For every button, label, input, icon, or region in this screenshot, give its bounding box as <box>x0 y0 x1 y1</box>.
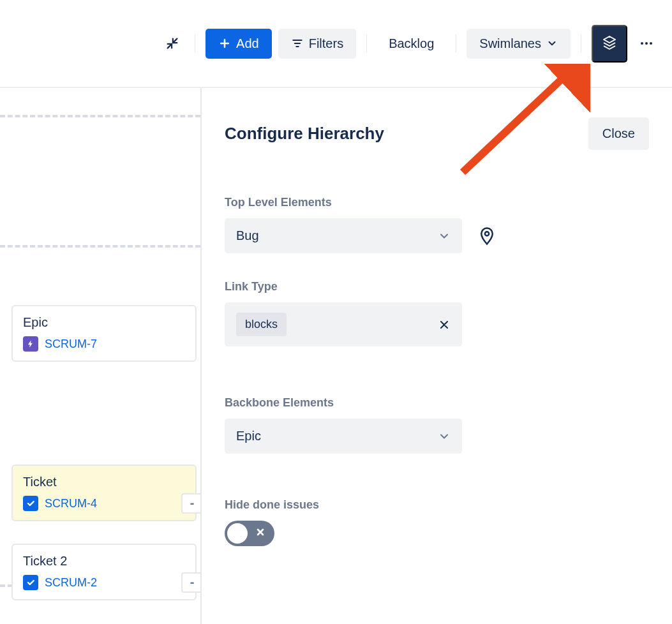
svg-point-0 <box>641 42 643 45</box>
section-hide-done: Hide done issues <box>225 498 649 546</box>
card-row: SCRUM-2 <box>23 575 185 590</box>
collapse-button[interactable] <box>160 31 184 56</box>
section-label: Link Type <box>225 280 649 293</box>
more-button[interactable] <box>634 31 659 56</box>
card-title: Ticket <box>23 475 185 489</box>
card-ticket-1[interactable]: Ticket SCRUM-4 - <box>11 464 197 521</box>
filters-label: Filters <box>309 36 343 51</box>
section-label: Top Level Elements <box>225 196 649 209</box>
lane-divider <box>0 115 200 117</box>
backbone-select[interactable]: Epic <box>225 419 462 454</box>
card-row: SCRUM-4 <box>23 496 185 511</box>
card-collapse-button[interactable]: - <box>181 572 202 593</box>
card-title: Epic <box>23 315 185 330</box>
card-epic[interactable]: Epic SCRUM-7 <box>11 305 197 362</box>
section-link-type: Link Type blocks <box>225 280 649 346</box>
top-level-select[interactable]: Bug <box>225 218 462 253</box>
divider <box>195 34 195 52</box>
card-row: SCRUM-7 <box>23 336 185 352</box>
backlog-label: Backlog <box>389 36 434 51</box>
lane-divider <box>0 245 200 248</box>
collapse-icon <box>165 36 179 50</box>
section-top-level: Top Level Elements Bug <box>225 196 649 253</box>
card-key: SCRUM-2 <box>45 576 97 590</box>
epic-icon <box>23 336 38 352</box>
card-collapse-button[interactable]: - <box>181 493 202 514</box>
link-type-input[interactable]: blocks <box>225 302 462 346</box>
more-icon <box>639 36 654 51</box>
card-key: SCRUM-7 <box>45 338 97 351</box>
svg-point-3 <box>485 232 489 235</box>
section-backbone: Backbone Elements Epic <box>225 396 649 454</box>
divider <box>456 34 456 52</box>
swimlanes-button[interactable]: Swimlanes <box>467 29 571 59</box>
chevron-down-icon <box>438 230 451 242</box>
close-button[interactable]: Close <box>588 117 649 150</box>
plus-icon <box>218 37 231 50</box>
toolbar: Add Filters Backlog Swimlanes <box>0 0 672 88</box>
card-key: SCRUM-4 <box>45 497 97 510</box>
add-button[interactable]: Add <box>205 29 272 59</box>
svg-point-1 <box>645 42 648 45</box>
select-value: Bug <box>236 228 259 243</box>
add-label: Add <box>236 36 259 51</box>
section-label: Backbone Elements <box>225 396 649 410</box>
chevron-down-icon <box>438 430 451 443</box>
swimlanes-label: Swimlanes <box>479 36 541 51</box>
panel-title: Configure Hierarchy <box>225 124 384 144</box>
divider <box>581 34 581 52</box>
left-column: Epic SCRUM-7 Ticket SCRUM-4 - Ticket 2 <box>0 88 202 624</box>
main-area: Epic SCRUM-7 Ticket SCRUM-4 - Ticket 2 <box>0 88 672 624</box>
configure-panel: Configure Hierarchy Close Top Level Elem… <box>202 88 672 624</box>
toggle-knob <box>227 523 248 544</box>
svg-point-2 <box>650 42 652 45</box>
link-type-chip: blocks <box>236 313 287 336</box>
divider <box>366 34 367 52</box>
card-title: Ticket 2 <box>23 554 185 568</box>
hierarchy-button[interactable] <box>592 25 627 63</box>
filter-icon <box>291 37 304 50</box>
card-ticket-2[interactable]: Ticket 2 SCRUM-2 - <box>11 544 197 600</box>
clear-icon[interactable] <box>438 318 451 331</box>
section-label: Hide done issues <box>225 498 649 512</box>
layers-icon <box>602 35 617 50</box>
task-icon <box>23 496 38 511</box>
backlog-button[interactable]: Backlog <box>377 29 445 59</box>
chevron-down-icon <box>546 38 558 49</box>
filters-button[interactable]: Filters <box>278 29 356 59</box>
select-value: Epic <box>236 429 261 443</box>
location-icon[interactable] <box>477 227 497 246</box>
task-icon <box>23 575 38 590</box>
close-icon <box>255 527 265 540</box>
panel-header: Configure Hierarchy Close <box>225 117 649 150</box>
hide-done-toggle[interactable] <box>225 521 274 546</box>
